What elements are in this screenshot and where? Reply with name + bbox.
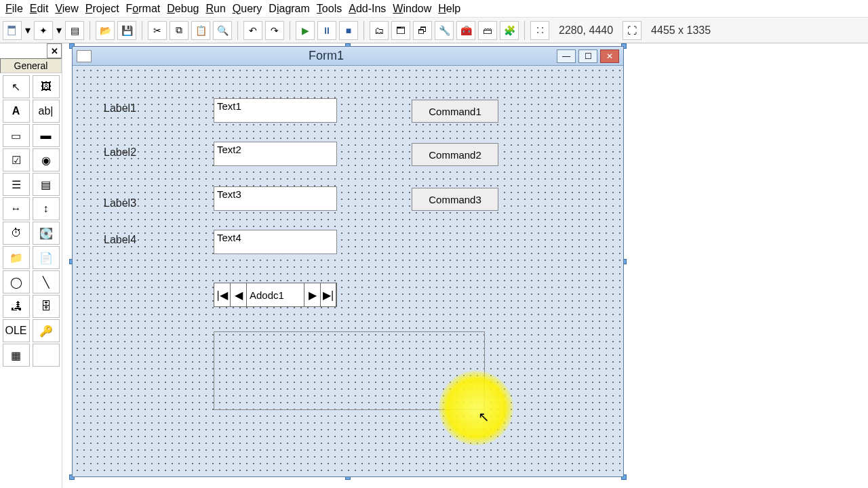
menu-bar: File Edit View Project Format Debug Run … [0,0,868,18]
label3[interactable]: Label3 [104,197,136,209]
component-button[interactable]: 🧩 [500,21,519,40]
filelistbox-tool[interactable]: 📄 [33,246,60,269]
pointer-tool[interactable]: ↖ [3,75,30,98]
image-tool[interactable]: 🏞 [3,295,30,318]
new-project-dropdown[interactable]: ▾ [24,24,31,37]
form-client-area[interactable]: Label1 Label2 Label3 Label4 Text1 Text2 … [73,66,623,476]
label2[interactable]: Label2 [104,146,136,159]
toolbox-title: General [0,58,62,73]
new-project-button[interactable] [3,21,22,40]
copy-button[interactable]: ⧉ [170,21,189,40]
end-button[interactable]: ■ [339,21,358,40]
menu-help[interactable]: Help [438,3,460,15]
menu-format[interactable]: Format [126,3,161,15]
size-readout: 4455 x 1335 [644,24,717,37]
menu-editor-button[interactable]: ▤ [65,21,84,40]
maximize-button[interactable]: ☐ [578,49,597,63]
command1[interactable]: Command1 [412,100,498,123]
menu-edit[interactable]: Edit [30,3,49,15]
mouse-cursor: ↖ [478,409,490,425]
adodc1[interactable]: |◀ ◀ Adodc1 ▶ ▶| [214,283,337,307]
redo-button[interactable]: ↷ [265,21,284,40]
textbox-tool[interactable]: ab| [33,100,60,123]
form-layout-button[interactable]: 🗗 [413,21,432,40]
line-tool[interactable]: ╲ [33,270,60,293]
picturebox-tool[interactable]: 🖼 [33,75,60,98]
form-titlebar[interactable]: Form1 — ☐ ✕ [73,47,623,66]
ole-tool[interactable]: OLE [3,319,30,342]
text4[interactable]: Text4 [214,230,337,254]
command2[interactable]: Command2 [412,143,498,166]
menu-file[interactable]: File [5,3,23,15]
toolbox-button[interactable]: 🧰 [456,21,475,40]
data-tool[interactable]: 🗄 [33,295,60,318]
find-button[interactable]: 🔍 [213,21,232,40]
toolbox-close-button[interactable]: ✕ [47,43,62,58]
dirlistbox-tool[interactable]: 📁 [3,246,30,269]
toolbar: ▾ ✦ ▾ ▤ 📂 💾 ✂ ⧉ 📋 🔍 ↶ ↷ ▶ ⏸ ■ 🗂 🗔 🗗 🔧 🧰 … [0,18,868,43]
commandbutton-tool[interactable]: ▬ [33,124,60,147]
menu-diagram[interactable]: Diagram [269,3,309,15]
menu-debug[interactable]: Debug [167,3,199,15]
break-button[interactable]: ⏸ [317,21,336,40]
adodc-next-button[interactable]: ▶ [304,283,320,306]
menu-addins[interactable]: Add-Ins [349,3,386,15]
position-readout: 2280, 4440 [552,24,620,37]
menu-window[interactable]: Window [393,3,431,15]
vscrollbar-tool[interactable]: ↕ [33,197,60,220]
object-browser-button[interactable]: 🔧 [435,21,454,40]
start-button[interactable]: ▶ [296,21,315,40]
form-icon [77,50,92,62]
adodc-last-button[interactable]: ▶| [320,283,336,306]
combobox-tool[interactable]: ☰ [3,173,30,196]
undo-button[interactable]: ↶ [243,21,262,40]
adodc-tool[interactable]: 🔑 [33,319,60,342]
label-tool[interactable]: A [3,100,30,123]
hscrollbar-tool[interactable]: ↔ [3,197,30,220]
form-window[interactable]: Form1 — ☐ ✕ Label1 Label2 Label3 Label4 … [72,46,624,477]
form-title: Form1 [96,49,557,63]
frame-tool[interactable]: ▭ [3,124,30,147]
label4[interactable]: Label4 [104,234,136,246]
checkbox-tool[interactable]: ☑ [3,148,30,171]
form-designer[interactable]: Form1 — ☐ ✕ Label1 Label2 Label3 Label4 … [62,43,868,488]
toolbox-panel: ✕ General ↖ 🖼 A ab| ▭ ▬ ☑ ◉ ☰ ▤ ↔ ↕ ⏱ 💽 … [0,43,62,488]
shape-tool[interactable]: ◯ [3,270,30,293]
extra-tool[interactable] [33,344,60,367]
close-button[interactable]: ✕ [600,49,619,63]
open-button[interactable]: 📂 [96,21,115,40]
text2[interactable]: Text2 [214,142,337,166]
text3[interactable]: Text3 [214,186,337,211]
adodc-prev-button[interactable]: ◀ [231,283,247,306]
menu-run[interactable]: Run [205,3,225,15]
add-form-button[interactable]: ✦ [34,21,53,40]
command3[interactable]: Command3 [412,188,498,211]
drivelistbox-tool[interactable]: 💽 [33,222,60,245]
project-explorer-button[interactable]: 🗂 [370,21,389,40]
position-icon: ⸬ [530,21,549,40]
label1[interactable]: Label1 [104,102,136,115]
paste-button[interactable]: 📋 [191,21,210,40]
save-button[interactable]: 💾 [117,21,136,40]
optionbutton-tool[interactable]: ◉ [33,148,60,171]
minimize-button[interactable]: — [557,49,576,63]
menu-query[interactable]: Query [233,3,262,15]
drag-rectangle [214,331,485,410]
text1[interactable]: Text1 [214,98,337,123]
menu-project[interactable]: Project [85,3,119,15]
listbox-tool[interactable]: ▤ [33,173,60,196]
size-icon: ⛶ [623,21,642,40]
datagrid-tool[interactable]: ▦ [3,344,30,367]
properties-button[interactable]: 🗔 [391,21,410,40]
timer-tool[interactable]: ⏱ [3,222,30,245]
adodc-caption: Adodc1 [247,283,304,306]
cut-button[interactable]: ✂ [148,21,167,40]
add-form-dropdown[interactable]: ▾ [56,24,62,37]
menu-tools[interactable]: Tools [317,3,342,15]
data-view-button[interactable]: 🗃 [478,21,497,40]
adodc-first-button[interactable]: |◀ [214,283,231,306]
menu-view[interactable]: View [55,3,78,15]
